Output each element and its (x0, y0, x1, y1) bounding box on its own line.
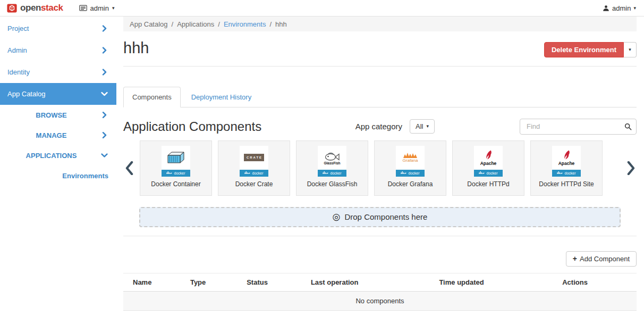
grafana-logo: Grafana (396, 146, 425, 170)
component-card-name: Docker HTTPd Site (539, 180, 594, 188)
find-field-wrap (520, 119, 637, 135)
carousel-right-icon[interactable] (625, 140, 637, 196)
component-card-docker-crate[interactable]: CRATE docker D (218, 140, 290, 196)
docker-badge-label: docker (486, 171, 497, 175)
docker-badge: docker (162, 170, 190, 177)
tab-deployment-history[interactable]: Deployment History (182, 87, 260, 107)
delete-environment-caret-button[interactable]: ▾ (624, 42, 637, 57)
component-card-docker-httpd[interactable]: Apache docker (452, 140, 524, 196)
component-card-docker-httpd-site[interactable]: Apache docker (530, 140, 603, 196)
glassfish-logo-text: GlassFish (324, 162, 340, 165)
project-switcher[interactable]: admin ▾ (79, 4, 115, 12)
add-component-label: Add Component (580, 255, 630, 263)
docker-badge: docker (552, 170, 581, 177)
column-header-status: Status (241, 273, 306, 291)
tab-components[interactable]: Components (123, 87, 181, 107)
caret-down-icon: ▾ (112, 6, 115, 11)
drop-components-zone[interactable]: ◎ Drop Components here (139, 207, 621, 227)
breadcrumb-separator: / (172, 20, 174, 28)
sidebar-item-label: App Catalog (7, 90, 46, 98)
breadcrumb-link-environments[interactable]: Environments (224, 20, 266, 28)
crate-logo-text: CRATE (244, 154, 264, 161)
apache-logo-text: Apache (480, 161, 497, 166)
topbar: openstack admin ▾ admin ▾ (0, 0, 644, 16)
component-card-name: Docker GlassFish (307, 180, 358, 188)
carousel-left-icon[interactable] (123, 140, 135, 196)
column-header-name: Name (123, 273, 185, 291)
breadcrumb-separator: / (269, 20, 272, 28)
component-card-docker-glassfish[interactable]: GlassFish docker (296, 140, 368, 196)
add-component-button[interactable]: + Add Component (566, 251, 637, 267)
chevron-right-icon (101, 132, 108, 139)
delete-environment-split-button: Delete Environment ▾ (544, 42, 637, 57)
screen: openstack admin ▾ admin ▾ (0, 0, 644, 315)
components-panel-header: Application Components App category All … (123, 119, 637, 135)
panel-divider (123, 236, 637, 236)
apache-logo: Apache (552, 146, 581, 170)
docker-container-logo (162, 146, 190, 170)
sidebar-item-manage[interactable]: MANAGE (0, 125, 116, 145)
sidebar-item-environments[interactable]: Environments (0, 165, 116, 186)
docker-whale-icon (479, 171, 485, 175)
sidebar-item-label: Identity (7, 68, 30, 76)
component-card-docker-container[interactable]: docker Docker Container (140, 140, 212, 196)
table-header-row: Name Type Status Last operation Time upd… (123, 273, 637, 291)
apache-logo-text: Apache (558, 161, 575, 166)
docker-whale-icon (401, 171, 406, 175)
column-header-last-operation: Last operation (306, 273, 434, 291)
project-switcher-label: admin (90, 4, 109, 12)
docker-badge-label: docker (174, 171, 185, 175)
openstack-brand[interactable]: openstack (7, 3, 63, 13)
app-category-label: App category (355, 122, 402, 131)
docker-badge-label: docker (564, 171, 575, 175)
chevron-right-icon (101, 69, 108, 76)
docker-badge: docker (240, 170, 268, 177)
column-header-actions: Actions (557, 273, 637, 291)
empty-table-message: No components (123, 291, 637, 310)
chevron-right-icon (101, 112, 108, 119)
page-header: hhh Delete Environment ▾ (123, 31, 637, 67)
openstack-logo-icon (7, 3, 17, 13)
sidebar-item-label: APPLICATIONS (26, 152, 77, 160)
column-header-type: Type (185, 273, 241, 291)
docker-whale-icon (166, 171, 172, 175)
components-table: Name Type Status Last operation Time upd… (123, 273, 637, 311)
sidebar-item-label: MANAGE (36, 131, 67, 139)
docker-badge-label: docker (330, 171, 341, 175)
glassfish-logo: GlassFish (318, 146, 346, 170)
docker-whale-icon (244, 171, 250, 175)
sidebar-item-app-catalog[interactable]: App Catalog (0, 83, 116, 105)
sidebar-item-identity[interactable]: Identity (0, 61, 116, 83)
find-input[interactable] (520, 119, 637, 135)
sidebar-item-admin[interactable]: Admin (0, 39, 116, 61)
docker-whale-icon (557, 171, 563, 175)
chevron-down-icon (101, 152, 108, 159)
delete-environment-button[interactable]: Delete Environment (544, 42, 624, 57)
docker-badge: docker (318, 170, 346, 177)
column-header-time-updated: Time updated (434, 273, 557, 291)
breadcrumb-item-current: hhh (275, 20, 287, 28)
chevron-right-icon (101, 47, 108, 54)
sidebar-item-project[interactable]: Project (0, 18, 116, 39)
crate-logo: CRATE (240, 146, 268, 170)
docker-badge: docker (396, 170, 425, 177)
component-cards: docker Docker Container CRATE (140, 140, 620, 196)
sidebar-item-browse[interactable]: BROWSE (0, 105, 116, 125)
sidebar-item-applications[interactable]: APPLICATIONS (0, 145, 116, 165)
sidebar-item-label: Environments (62, 172, 108, 180)
empty-table-row: No components (123, 291, 637, 310)
panel-heading: Application Components (123, 119, 261, 134)
search-icon[interactable] (624, 123, 632, 130)
components-panel: Application Components App category All … (123, 107, 637, 311)
component-card-docker-grafana[interactable]: Grafana docker (374, 140, 446, 196)
docker-whale-icon (323, 171, 328, 175)
user-menu[interactable]: admin ▾ (603, 4, 636, 12)
caret-down-icon: ▾ (629, 47, 631, 52)
components-carousel: docker Docker Container CRATE (123, 140, 637, 196)
caret-down-icon: ▾ (633, 6, 636, 11)
tab-bar: Components Deployment History (123, 87, 637, 107)
docker-badge-label: docker (408, 171, 419, 175)
app-category-dropdown[interactable]: All ▾ (410, 119, 435, 134)
sidebar-item-label: BROWSE (36, 111, 67, 119)
chevron-down-icon (101, 90, 108, 97)
